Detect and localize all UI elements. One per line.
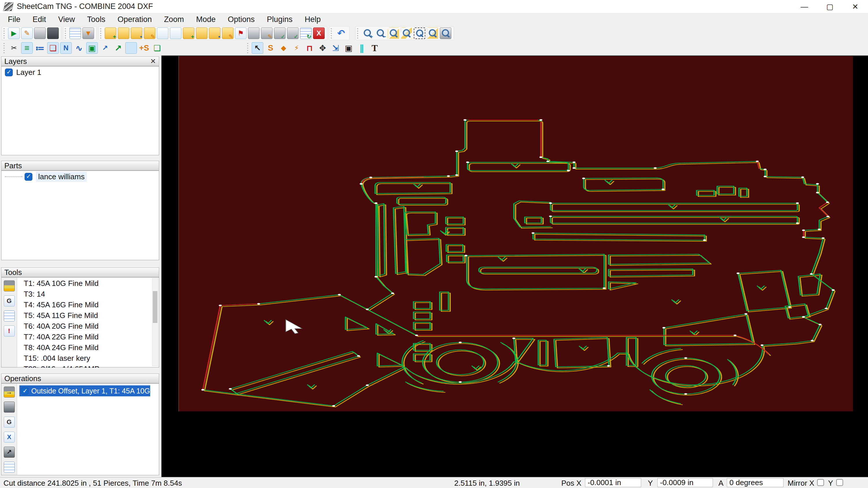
run-post-processor-icon[interactable]: ▶ <box>8 28 20 39</box>
close-button[interactable]: ✕ <box>842 0 868 13</box>
calculator-icon[interactable] <box>69 28 81 39</box>
tools-panel-header[interactable]: Tools <box>1 267 159 277</box>
export-list-icon[interactable]: X <box>4 432 15 443</box>
layer-checkbox[interactable] <box>5 68 13 76</box>
toolbar-grip[interactable] <box>99 28 102 38</box>
toolbar-grip[interactable] <box>64 28 67 38</box>
plot-icon[interactable] <box>47 28 59 39</box>
nest-parts-icon[interactable]: ▣ <box>343 42 354 54</box>
tool-row[interactable]: T8: 40A 24G Fine Mild <box>18 342 150 353</box>
mirror-y-checkbox[interactable] <box>836 479 843 486</box>
toolbar-grip[interactable] <box>330 28 333 38</box>
minimize-button[interactable]: — <box>792 0 817 13</box>
zoom-all-parts-icon[interactable] <box>401 28 412 39</box>
menu-view[interactable]: View <box>52 13 81 26</box>
menu-operation[interactable]: Operation <box>112 13 158 26</box>
toolbar-grip[interactable] <box>246 43 249 53</box>
mirror-x-checkbox[interactable] <box>817 479 824 486</box>
toolbar-grip[interactable] <box>3 28 5 38</box>
show-cut-direction-icon[interactable]: ↗ <box>112 42 124 54</box>
paste-part-icon[interactable] <box>170 28 181 39</box>
zoom-in-icon[interactable]: + <box>362 28 373 39</box>
operation-checkbox[interactable] <box>21 387 28 395</box>
drill-icon[interactable] <box>4 401 15 413</box>
zoom-window-icon[interactable] <box>414 28 425 39</box>
edit-contour-icon[interactable]: ⊓ <box>304 42 315 54</box>
toolbar-grip[interactable] <box>356 28 359 38</box>
tools-scrollbar-thumb[interactable] <box>153 291 157 323</box>
drill-out-icon[interactable]: ↗ <box>4 447 15 458</box>
menu-plugins[interactable]: Plugins <box>261 13 299 26</box>
angle-field[interactable]: 0 degrees <box>727 478 783 487</box>
menu-options[interactable]: Options <box>222 13 261 26</box>
layers-close-icon[interactable]: ✕ <box>150 58 156 65</box>
add-start-point-icon[interactable]: +S <box>138 42 150 54</box>
torch-icon[interactable] <box>4 281 15 291</box>
show-path-curves-icon[interactable]: ∿ <box>73 42 85 54</box>
operations-panel-header[interactable]: Operations <box>1 373 159 383</box>
parts-panel-header[interactable]: Parts <box>1 161 159 170</box>
toolbar-grip[interactable] <box>3 43 5 53</box>
measure-distance-icon[interactable]: ∥ <box>356 42 368 54</box>
tool-row[interactable]: T6: 40A 20G Fine Mild <box>18 321 150 332</box>
menu-edit[interactable]: Edit <box>27 13 52 26</box>
op-table-icon[interactable] <box>4 462 15 473</box>
tool-row[interactable]: T4: 45A 16G Fine Mild <box>18 299 150 310</box>
show-layers-icon[interactable]: ≡ <box>21 42 33 54</box>
snap-points-icon[interactable]: ◆ <box>278 42 289 54</box>
refresh-tool-table-icon[interactable]: ↻ <box>300 28 312 39</box>
part-checkbox[interactable] <box>25 173 32 181</box>
layers-panel-header[interactable]: Layers ✕ <box>1 56 159 66</box>
open-part-icon[interactable] <box>118 28 129 39</box>
menu-help[interactable]: Help <box>299 13 327 26</box>
edit-post-processor-icon[interactable]: ✎ <box>21 28 33 39</box>
save-job-icon[interactable]: ▪ <box>209 28 220 39</box>
tool-row[interactable]: T3: 14 <box>18 289 150 299</box>
save-toolset-icon[interactable]: ✓ <box>287 28 299 39</box>
show-path-nodes-icon[interactable]: N <box>60 42 72 54</box>
torch-out-icon[interactable]: → <box>4 387 15 397</box>
open-toolset-icon[interactable] <box>248 28 259 39</box>
show-cut-paths-icon[interactable]: ▣ <box>86 42 98 54</box>
check-toolset-icon[interactable]: ✓ <box>274 28 286 39</box>
measure-tool-icon[interactable]: ✂ <box>8 42 20 54</box>
tool-row[interactable]: T7: 40A 22G Fine Mild <box>18 332 150 342</box>
tools-scrollbar[interactable] <box>152 278 158 366</box>
gcode-list-icon[interactable]: G <box>4 417 15 428</box>
open-job-icon[interactable] <box>196 28 208 39</box>
tool-row[interactable]: T5: 45A 11G Fine Mild <box>18 310 150 321</box>
show-rapids-icon[interactable]: ↗ <box>99 42 111 54</box>
menu-mode[interactable]: Mode <box>190 13 222 26</box>
drawing-canvas[interactable] <box>161 55 868 477</box>
tool-row[interactable]: T15: .004 laser kery <box>18 353 150 364</box>
part-row[interactable]: lance williams <box>1 171 159 183</box>
zoom-machine-icon[interactable] <box>440 28 452 39</box>
delete-icon[interactable]: X <box>313 28 324 39</box>
resize-part-icon[interactable]: ⇲ <box>330 42 341 54</box>
show-part-outline-icon[interactable]: ❏ <box>151 42 163 54</box>
pos-y-field[interactable]: -0.0009 in <box>657 478 713 487</box>
edit-job-icon[interactable]: ✎ <box>222 28 234 39</box>
select-tool-icon[interactable]: ↖ <box>252 42 263 54</box>
new-part-icon[interactable]: + <box>105 28 116 39</box>
add-part-to-job-icon[interactable]: + <box>183 28 194 39</box>
show-machine-icon[interactable] <box>125 42 137 54</box>
show-parts-icon[interactable]: ❏ <box>47 42 59 54</box>
maximize-button[interactable]: ▢ <box>817 0 842 13</box>
menu-tools[interactable]: Tools <box>81 13 112 26</box>
menu-file[interactable]: File <box>2 13 27 26</box>
torch-pointer-icon[interactable]: ▼ <box>83 28 94 39</box>
tool-row[interactable]: T1: 45A 10G Fine Mild <box>18 278 150 289</box>
gcode-list-icon[interactable]: G <box>4 295 15 306</box>
undo-icon[interactable]: ↶ <box>335 28 347 39</box>
import-drawing-icon[interactable]: ⚑ <box>235 28 247 39</box>
edit-part-icon[interactable]: ✎ <box>144 28 155 39</box>
zoom-sheet-icon[interactable] <box>427 28 438 39</box>
quick-edit-icon[interactable]: ⚡ <box>291 42 302 54</box>
tool-row[interactable]: T99: 3/16 - 1/4 65AMP <box>18 364 150 368</box>
menu-zoom[interactable]: Zoom <box>158 13 190 26</box>
select-start-point-icon[interactable]: S <box>265 42 276 54</box>
zoom-part-icon[interactable] <box>388 28 399 39</box>
operation-row-selected[interactable]: Outside Offset, Layer 1, T1: 45A 10G Fin… <box>20 385 150 396</box>
print-icon[interactable] <box>34 28 46 39</box>
